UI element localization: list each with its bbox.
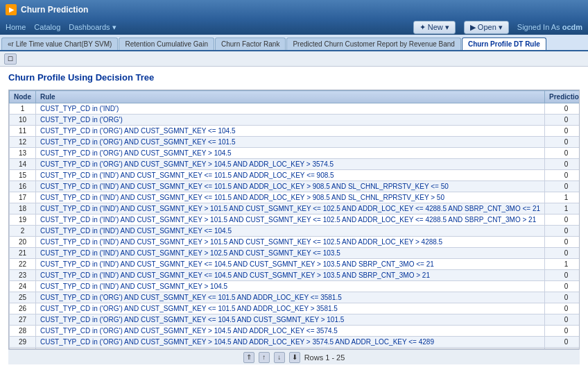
page-content: Churn Profile Using Decision Tree NodeRu… (0, 67, 588, 370)
cell-node: 26 (10, 303, 36, 314)
nav-home[interactable]: Home (6, 23, 26, 31)
cell-prediction: 0 (545, 137, 580, 148)
table-row: 2CUST_TYP_CD in ('IND') AND CUST_SGMNT_K… (10, 226, 580, 237)
table-row: 11CUST_TYP_CD in ('ORG') AND CUST_SGMNT_… (10, 126, 580, 137)
cell-rule: CUST_TYP_CD in ('ORG') AND CUST_SGMNT_KE… (36, 126, 545, 137)
cell-node: 17 (10, 192, 36, 203)
cell-prediction: 0 (545, 303, 580, 314)
tab-churnfactorrank[interactable]: Churn Factor Rank (215, 37, 286, 50)
tab-bar: «r Life Time value Chart(BY SVM)Retentio… (0, 35, 588, 51)
cell-node: 24 (10, 281, 36, 292)
cell-rule: CUST_TYP_CD in ('IND') AND CUST_SGMNT_KE… (36, 181, 545, 192)
cell-rule: CUST_TYP_CD in ('ORG') AND CUST_SGMNT_KE… (36, 148, 545, 159)
cell-prediction: 0 (545, 126, 580, 137)
cell-prediction: 0 (545, 314, 580, 326)
cell-prediction: 0 (545, 237, 580, 248)
cell-prediction: 0 (545, 181, 580, 192)
tab-predictedchurncustom[interactable]: Predicted Churn Customer Report by Reven… (286, 37, 460, 50)
open-button[interactable]: ▶ Open ▾ (464, 21, 509, 34)
cell-rule: CUST_TYP_CD in ('ORG') AND CUST_SGMNT_KE… (36, 137, 545, 148)
pagination-bar: ⇑ ↑ ↓ ⬇ Rows 1 - 25 (8, 349, 580, 364)
tab-churnprofiledtrule[interactable]: Churn Profile DT Rule (462, 37, 546, 50)
table-row: 21CUST_TYP_CD in ('IND') AND CUST_SGMNT_… (10, 248, 580, 259)
cell-node: 15 (10, 170, 36, 181)
table-row: 13CUST_TYP_CD in ('ORG') AND CUST_SGMNT_… (10, 148, 580, 159)
prev-page-button[interactable]: ↑ (259, 352, 270, 363)
cell-node: 22 (10, 259, 36, 270)
app-icon: ▶ (6, 4, 17, 15)
table-row: 18CUST_TYP_CD in ('IND') AND CUST_SGMNT_… (10, 203, 580, 215)
cell-node: 28 (10, 326, 36, 337)
cell-prediction: 0 (545, 115, 580, 126)
cell-prediction: 0 (545, 326, 580, 337)
cell-prediction: 0 (545, 103, 580, 115)
table-row: 20CUST_TYP_CD in ('IND') AND CUST_SGMNT_… (10, 237, 580, 248)
nav-dashboards[interactable]: Dashboards ▾ (69, 23, 116, 32)
cell-rule: CUST_TYP_CD in ('ORG') AND CUST_SGMNT_KE… (36, 292, 545, 303)
cell-rule: CUST_TYP_CD in ('ORG') (36, 115, 545, 126)
cell-rule: CUST_TYP_CD in ('IND') AND CUST_SGMNT_KE… (36, 248, 545, 259)
table-row: 14CUST_TYP_CD in ('ORG') AND CUST_SGMNT_… (10, 159, 580, 170)
cell-prediction: 0 (545, 215, 580, 226)
page-title: Churn Profile Using Decision Tree (8, 72, 580, 83)
cell-rule: CUST_TYP_CD in ('IND') AND CUST_SGMNT_KE… (36, 170, 545, 181)
cell-node: 2 (10, 226, 36, 237)
cell-rule: CUST_TYP_CD in ('IND') AND CUST_SGMNT_KE… (36, 270, 545, 281)
cell-rule: CUST_TYP_CD in ('ORG') AND CUST_SGMNT_KE… (36, 303, 545, 314)
table-row: 16CUST_TYP_CD in ('IND') AND CUST_SGMNT_… (10, 181, 580, 192)
cell-rule: CUST_TYP_CD in ('ORG') AND CUST_SGMNT_KE… (36, 337, 545, 348)
cell-node: 21 (10, 248, 36, 259)
col-prediction: Prediction (545, 91, 580, 103)
cell-node: 10 (10, 115, 36, 126)
next-page-button[interactable]: ↓ (274, 352, 285, 363)
cell-prediction: 0 (545, 148, 580, 159)
cell-node: 16 (10, 181, 36, 192)
toolbar-row: ☐ (0, 51, 588, 67)
cell-node: 29 (10, 337, 36, 348)
table-row: 22CUST_TYP_CD in ('IND') AND CUST_SGMNT_… (10, 259, 580, 270)
page-info: Rows 1 - 25 (304, 353, 345, 362)
cell-prediction: 0 (545, 337, 580, 348)
cell-node: 23 (10, 270, 36, 281)
table-row: 17CUST_TYP_CD in ('IND') AND CUST_SGMNT_… (10, 192, 580, 203)
cell-prediction: 0 (545, 281, 580, 292)
cell-prediction: 1 (545, 259, 580, 270)
first-page-button[interactable]: ⇑ (243, 352, 254, 363)
cell-prediction: 0 (545, 292, 580, 303)
cell-rule: CUST_TYP_CD in ('IND') AND CUST_SGMNT_KE… (36, 192, 545, 203)
app-title: Churn Prediction (21, 5, 88, 15)
table-row: 1CUST_TYP_CD in ('IND')00.780.80 (10, 103, 580, 115)
cell-node: 19 (10, 215, 36, 226)
cell-node: 18 (10, 203, 36, 215)
nav-bar: Home Catalog Dashboards ▾ ✦ New ▾ ▶ Open… (0, 19, 588, 35)
signed-in-label: Signed In As ocdm (517, 23, 582, 31)
download-button[interactable]: ⬇ (289, 352, 300, 363)
table-row: 15CUST_TYP_CD in ('IND') AND CUST_SGMNT_… (10, 170, 580, 181)
toolbar-checkbox[interactable]: ☐ (4, 53, 17, 65)
cell-prediction: 0 (545, 270, 580, 281)
cell-prediction: 0 (545, 159, 580, 170)
cell-node: 13 (10, 148, 36, 159)
cell-rule: CUST_TYP_CD in ('IND') AND CUST_SGMNT_KE… (36, 203, 545, 215)
title-bar: ▶ Churn Prediction (0, 0, 588, 19)
cell-node: 12 (10, 137, 36, 148)
table-row: 29CUST_TYP_CD in ('ORG') AND CUST_SGMNT_… (10, 337, 580, 348)
data-table-container[interactable]: NodeRulePredictionConfidenceSupport 1CUS… (8, 90, 580, 349)
cell-node: 1 (10, 103, 36, 115)
cell-prediction: 1 (545, 203, 580, 215)
cell-rule: CUST_TYP_CD in ('IND') AND CUST_SGMNT_KE… (36, 281, 545, 292)
cell-node: 20 (10, 237, 36, 248)
cell-prediction: 1 (545, 192, 580, 203)
tab-«rlifetimevaluechart[interactable]: «r Life Time value Chart(BY SVM) (1, 37, 118, 50)
nav-catalog[interactable]: Catalog (34, 23, 60, 31)
cell-node: 11 (10, 126, 36, 137)
new-button[interactable]: ✦ New ▾ (413, 21, 456, 34)
cell-rule: CUST_TYP_CD in ('IND') AND CUST_SGMNT_KE… (36, 215, 545, 226)
table-row: 24CUST_TYP_CD in ('IND') AND CUST_SGMNT_… (10, 281, 580, 292)
cell-node: 14 (10, 159, 36, 170)
tab-retentioncumulativeg[interactable]: Retention Cumulative Gain (119, 37, 214, 50)
cell-rule: CUST_TYP_CD in ('IND') AND CUST_SGMNT_KE… (36, 237, 545, 248)
table-row: 10CUST_TYP_CD in ('ORG')00.890.20 (10, 115, 580, 126)
table-row: 26CUST_TYP_CD in ('ORG') AND CUST_SGMNT_… (10, 303, 580, 314)
cell-rule: CUST_TYP_CD in ('ORG') AND CUST_SGMNT_KE… (36, 314, 545, 326)
